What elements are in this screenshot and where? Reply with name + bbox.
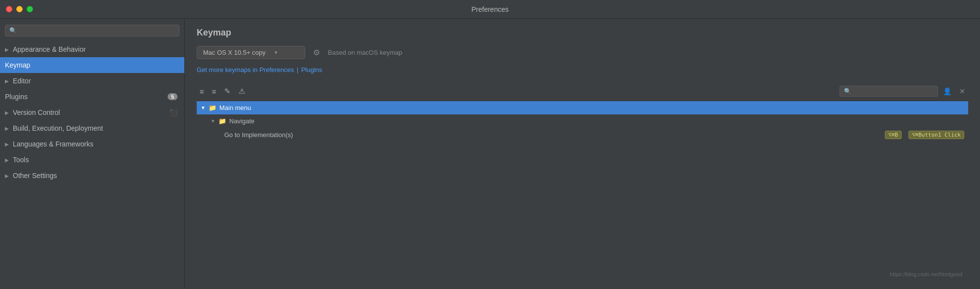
close-button[interactable] — [6, 6, 12, 12]
warnings-button[interactable]: ⚠ — [236, 85, 248, 98]
collapse-icon: ▼ — [210, 118, 218, 124]
collapse-icon: ▼ — [201, 105, 209, 110]
sidebar-item-label: Appearance & Behavior — [13, 45, 177, 53]
toolbar-search[interactable]: 🔍 — [840, 86, 938, 97]
page-title: Keymap — [197, 28, 968, 38]
shortcut-key-1: ⌥⌘B — [885, 131, 902, 139]
titlebar: Preferences — [0, 0, 980, 19]
folder-icon: 📁 — [209, 104, 216, 111]
tree-row-navigate[interactable]: ▼ 📁 Navigate — [197, 114, 968, 128]
content-wrapper: Keymap Mac OS X 10.5+ copy ▼ ⚙ Based on … — [197, 28, 968, 280]
sidebar-item-keymap[interactable]: Keymap — [0, 57, 184, 73]
sidebar-item-label: Keymap — [5, 61, 177, 69]
filter-all-button[interactable]: ≡ — [197, 85, 207, 98]
filter-modified-button[interactable]: ≡ — [209, 85, 219, 98]
sidebar-item-build[interactable]: ▶ Build, Execution, Deployment — [0, 120, 184, 136]
tree-row-main-menu[interactable]: ▼ 📁 Main menu — [197, 101, 968, 114]
edit-shortcut-button[interactable]: ✎ — [221, 85, 234, 98]
sidebar-item-plugins[interactable]: Plugins 5 — [0, 89, 184, 105]
tree-container: ▼ 📁 Main menu ▼ 📁 Navigate Go to Impleme… — [197, 101, 968, 280]
sidebar-item-other[interactable]: ▶ Other Settings — [0, 168, 184, 183]
sidebar-item-languages[interactable]: ▶ Languages & Frameworks — [0, 136, 184, 152]
close-search-button[interactable]: ✕ — [956, 85, 968, 97]
sidebar-item-tools[interactable]: ▶ Tools — [0, 152, 184, 168]
user-icon-button[interactable]: 👤 — [940, 85, 954, 97]
sidebar-item-appearance[interactable]: ▶ Appearance & Behavior — [0, 41, 184, 57]
chevron-right-icon: ▶ — [5, 47, 9, 52]
link-row: Get more keymaps in Preferences | Plugin… — [197, 65, 968, 74]
tree-item-label: Main menu — [219, 104, 964, 111]
shortcuts-container: ⌥⌘B ⌥⌘Button1 Click — [881, 131, 964, 139]
search-icon: 🔍 — [844, 88, 851, 95]
chevron-right-icon: ▶ — [5, 142, 9, 147]
tree-item-label: Navigate — [229, 117, 964, 125]
maximize-button[interactable] — [27, 6, 33, 12]
sidebar-item-version-control[interactable]: ▶ Version Control ⬛ — [0, 105, 184, 120]
keymap-dropdown[interactable]: Mac OS X 10.5+ copy ▼ — [197, 46, 305, 59]
window-title: Preferences — [471, 5, 508, 13]
main-layout: 🔍 ▶ Appearance & Behavior Keymap ▶ Edito… — [0, 19, 980, 289]
sidebar-item-label: Version Control — [13, 108, 166, 116]
sidebar-item-label: Other Settings — [13, 172, 177, 180]
link-separator: | — [297, 66, 300, 73]
minimize-button[interactable] — [16, 6, 23, 12]
chevron-right-icon: ▶ — [5, 157, 9, 163]
version-control-icon: ⬛ — [170, 109, 177, 116]
sidebar-search[interactable]: 🔍 — [5, 25, 179, 36]
chevron-right-icon: ▶ — [5, 126, 9, 131]
chevron-right-icon: ▶ — [5, 110, 9, 115]
search-icon: 🔍 — [9, 27, 17, 34]
keymap-value: Mac OS X 10.5+ copy — [203, 49, 266, 56]
sidebar-item-label: Tools — [13, 156, 177, 164]
sidebar-item-label: Build, Execution, Deployment — [13, 124, 177, 132]
gear-button[interactable]: ⚙ — [311, 46, 322, 59]
dropdown-arrow-icon: ▼ — [274, 50, 279, 55]
chevron-right-icon: ▶ — [5, 173, 9, 179]
chevron-right-icon: ▶ — [5, 78, 9, 84]
sidebar-item-editor[interactable]: ▶ Editor — [0, 73, 184, 89]
tree-row-go-to-implementation[interactable]: Go to Implementation(s) ⌥⌘B ⌥⌘Button1 Cl… — [197, 128, 968, 142]
get-more-keymaps-link[interactable]: Get more keymaps in Preferences | Plugin… — [197, 66, 322, 73]
plugins-badge: 5 — [168, 93, 177, 100]
url-hint: https://blog.csdn.net/htmlgood — [890, 271, 962, 277]
toolbar: ≡ ≡ ✎ ⚠ 🔍 👤 ✕ — [197, 82, 968, 101]
sidebar-item-label: Plugins — [5, 93, 164, 101]
traffic-lights — [6, 6, 33, 12]
sidebar: 🔍 ▶ Appearance & Behavior Keymap ▶ Edito… — [0, 19, 185, 289]
sidebar-item-label: Languages & Frameworks — [13, 140, 177, 148]
keymap-hint: Based on macOS keymap — [328, 49, 402, 56]
keymap-row: Mac OS X 10.5+ copy ▼ ⚙ Based on macOS k… — [197, 46, 968, 59]
shortcut-key-2: ⌥⌘Button1 Click — [909, 131, 964, 139]
folder-icon: 📁 — [218, 117, 226, 125]
content-area: Keymap Mac OS X 10.5+ copy ▼ ⚙ Based on … — [185, 19, 980, 289]
tree-item-label: Go to Implementation(s) — [224, 131, 881, 139]
sidebar-item-label: Editor — [13, 77, 177, 85]
